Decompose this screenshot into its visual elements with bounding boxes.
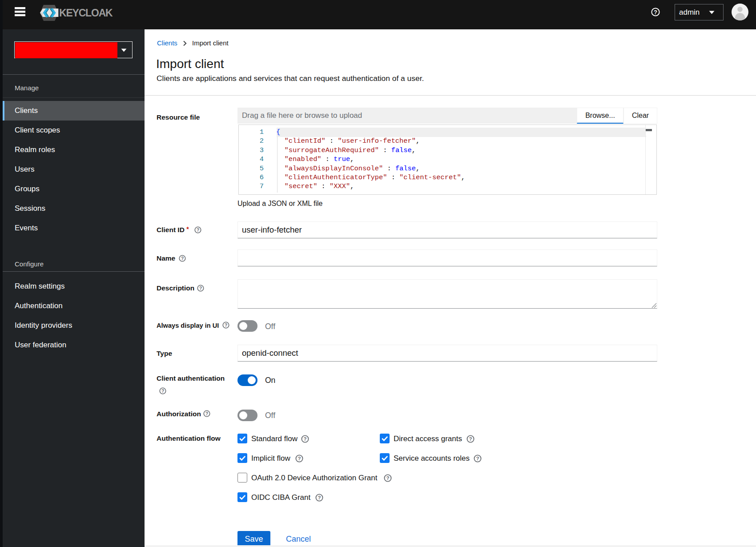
svg-text:?: ? — [469, 436, 472, 442]
svg-text:KEYCLOAK: KEYCLOAK — [59, 7, 113, 19]
svg-text:?: ? — [476, 456, 479, 461]
svg-text:?: ? — [205, 411, 208, 416]
svg-text:?: ? — [386, 475, 389, 481]
svg-text:?: ? — [225, 323, 227, 328]
svg-text:?: ? — [181, 256, 184, 261]
svg-text:?: ? — [197, 228, 199, 233]
svg-text:?: ? — [298, 456, 301, 461]
svg-text:?: ? — [199, 286, 202, 291]
svg-text:?: ? — [161, 389, 164, 394]
svg-text:?: ? — [318, 495, 321, 500]
svg-text:?: ? — [303, 436, 306, 442]
svg-text:?: ? — [654, 9, 657, 16]
